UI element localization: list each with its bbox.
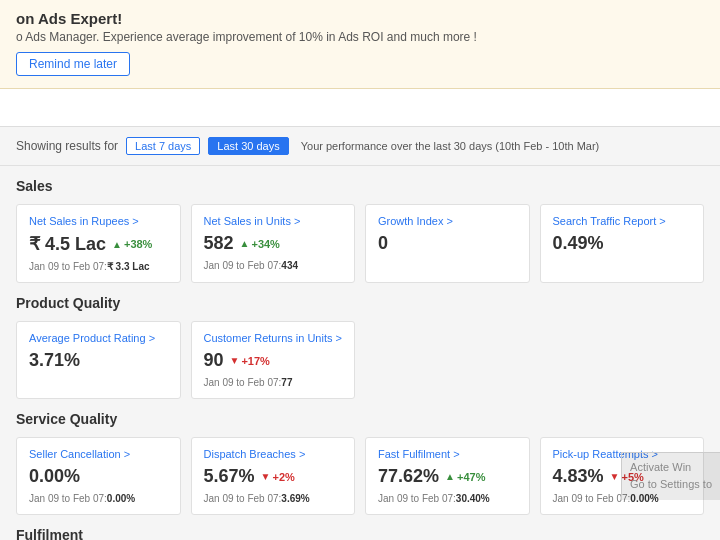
metric-value: 582 (204, 233, 234, 254)
card-value: 5.67%▼+2% (204, 466, 343, 487)
metric-value: ₹ 4.5 Lac (29, 233, 106, 255)
card-title: Seller Cancellation > (29, 448, 168, 460)
card-value: 0 (378, 233, 517, 254)
section-title: Sales (16, 178, 704, 194)
card-title: Average Product Rating > (29, 332, 168, 344)
card-prev: Jan 09 to Feb 07:₹ 3.3 Lac (29, 261, 168, 272)
card-value: 0.49% (553, 233, 692, 254)
card-value: 3.71% (29, 350, 168, 371)
card-value: 77.62%▲+47% (378, 466, 517, 487)
card-prev: Jan 09 to Feb 07:434 (204, 260, 343, 271)
metric-value: 90 (204, 350, 224, 371)
metric-card[interactable]: Seller Cancellation >0.00%Jan 09 to Feb … (16, 437, 181, 515)
metric-value: 0.49% (553, 233, 604, 254)
metric-card[interactable]: Net Sales in Rupees >₹ 4.5 Lac▲+38%Jan 0… (16, 204, 181, 283)
nav-bar (0, 89, 720, 127)
metric-badge: ▲+38% (112, 238, 152, 250)
metric-card[interactable]: Dispatch Breaches >5.67%▼+2%Jan 09 to Fe… (191, 437, 356, 515)
card-title: Growth Index > (378, 215, 517, 227)
metric-value: 0 (378, 233, 388, 254)
watermark-line2: Go to Settings to (630, 476, 712, 494)
metric-card[interactable]: Growth Index >0 (365, 204, 530, 283)
filter-label: Showing results for (16, 139, 118, 153)
main-content: SalesNet Sales in Rupees >₹ 4.5 Lac▲+38%… (0, 166, 720, 540)
cards-row: Average Product Rating >3.71%Customer Re… (16, 321, 704, 399)
banner: on Ads Expert! o Ads Manager. Experience… (0, 0, 720, 89)
windows-watermark: Activate Win Go to Settings to (621, 452, 720, 500)
metric-value: 0.00% (29, 466, 80, 487)
card-value: 90▼+17% (204, 350, 343, 371)
card-prev: Jan 09 to Feb 07:77 (204, 377, 343, 388)
card-prev: Jan 09 to Feb 07:30.40% (378, 493, 517, 504)
metric-badge: ▲+47% (445, 471, 485, 483)
banner-title: on Ads Expert! (16, 10, 704, 27)
metric-value: 3.71% (29, 350, 80, 371)
watermark-line1: Activate Win (630, 459, 712, 477)
card-prev: Jan 09 to Feb 07:0.00% (29, 493, 168, 504)
metric-badge: ▲+34% (240, 238, 280, 250)
section-title: Service Quality (16, 411, 704, 427)
card-title: Net Sales in Rupees > (29, 215, 168, 227)
cards-row: Net Sales in Rupees >₹ 4.5 Lac▲+38%Jan 0… (16, 204, 704, 283)
metric-card[interactable]: Average Product Rating >3.71% (16, 321, 181, 399)
metric-card[interactable]: Customer Returns in Units >90▼+17%Jan 09… (191, 321, 356, 399)
card-title: Dispatch Breaches > (204, 448, 343, 460)
metric-value: 4.83% (553, 466, 604, 487)
metric-card[interactable]: Search Traffic Report >0.49% (540, 204, 705, 283)
filter-7days-button[interactable]: Last 7 days (126, 137, 200, 155)
cards-row: Seller Cancellation >0.00%Jan 09 to Feb … (16, 437, 704, 515)
metric-badge: ▼+17% (230, 355, 270, 367)
card-title: Fast Fulfilment > (378, 448, 517, 460)
filter-30days-button[interactable]: Last 30 days (208, 137, 288, 155)
card-title: Net Sales in Units > (204, 215, 343, 227)
card-title: Search Traffic Report > (553, 215, 692, 227)
metric-value: 77.62% (378, 466, 439, 487)
metric-card[interactable]: Net Sales in Units >582▲+34%Jan 09 to Fe… (191, 204, 356, 283)
card-value: 582▲+34% (204, 233, 343, 254)
filter-bar: Showing results for Last 7 days Last 30 … (0, 127, 720, 166)
section-title: Fulfilment (16, 527, 704, 540)
card-value: ₹ 4.5 Lac▲+38% (29, 233, 168, 255)
section-title: Product Quality (16, 295, 704, 311)
banner-subtitle: o Ads Manager. Experience average improv… (16, 30, 704, 44)
remind-later-button[interactable]: Remind me later (16, 52, 130, 76)
metric-value: 5.67% (204, 466, 255, 487)
filter-note: Your performance over the last 30 days (… (301, 140, 600, 152)
card-value: 0.00% (29, 466, 168, 487)
card-prev: Jan 09 to Feb 07:3.69% (204, 493, 343, 504)
card-title: Customer Returns in Units > (204, 332, 343, 344)
metric-card[interactable]: Fast Fulfilment >77.62%▲+47%Jan 09 to Fe… (365, 437, 530, 515)
metric-badge: ▼+2% (261, 471, 295, 483)
